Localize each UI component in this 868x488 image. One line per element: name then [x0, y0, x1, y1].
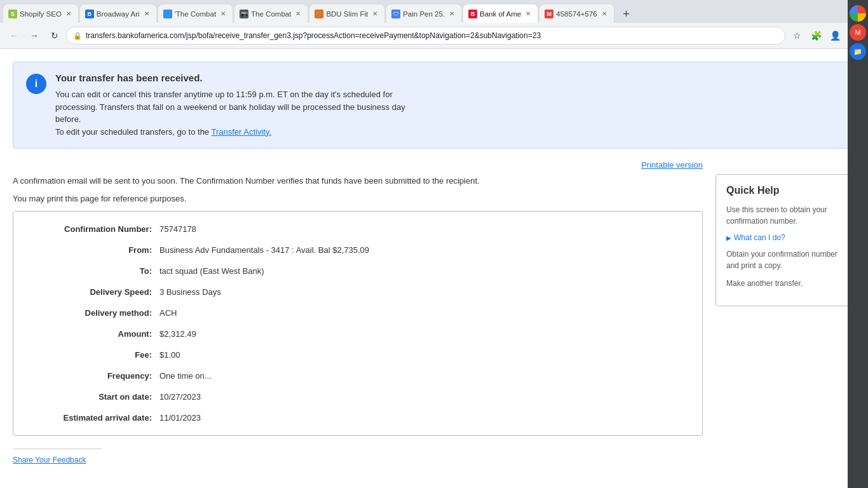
detail-row-from: From: Business Adv Fundamentals - 3417 :…: [32, 245, 683, 255]
tab-label: Pain Pen 25.: [403, 10, 445, 18]
detail-row-frequency: Frequency: One time on...: [32, 371, 683, 381]
page-body: i Your transfer has been received. You c…: [0, 49, 868, 488]
label-confirmation-number: Confirmation Number:: [32, 224, 159, 234]
quick-help-panel: Quick Help Use this screen to obtain you…: [715, 174, 855, 306]
quick-help-title: Quick Help: [726, 185, 844, 196]
nav-bar: ← → ↻ 🔒 transfers.bankofamerica.com/jsp/…: [0, 23, 868, 48]
refresh-button[interactable]: ↻: [46, 27, 64, 44]
tab-favicon: M: [545, 10, 553, 18]
label-frequency: Frequency:: [32, 371, 159, 381]
tab-close-icon[interactable]: ✕: [524, 10, 532, 18]
files-icon[interactable]: 📁: [850, 43, 866, 60]
detail-row-fee: Fee: $1.00: [32, 350, 683, 360]
chrome-icon[interactable]: [850, 5, 866, 22]
tab-shopify[interactable]: S Shopify SEO ✕: [3, 4, 79, 23]
alert-banner: i Your transfer has been received. You c…: [13, 62, 855, 149]
alert-title: Your transfer has been received.: [55, 72, 842, 83]
detail-row-delivery-method: Delivery method: ACH: [32, 308, 683, 318]
what-can-i-do-link[interactable]: What can I do?: [726, 233, 844, 242]
tab-close-icon[interactable]: ✕: [600, 10, 609, 18]
printable-version-link[interactable]: Printable version: [641, 160, 703, 170]
main-area: Printable version A confirmation email w…: [0, 155, 868, 477]
label-from: From:: [32, 245, 159, 255]
confirmation-info-text: A confirmation email will be sent to you…: [13, 175, 703, 187]
tab-favicon: S: [8, 10, 17, 18]
bookmarks-icon[interactable]: ☆: [788, 27, 806, 44]
content-left: Printable version A confirmation email w…: [13, 155, 715, 477]
tab-favicon: 🌐: [163, 10, 172, 18]
tab-gmail[interactable]: M 458574+576 ✕: [539, 4, 614, 23]
tab-label: Broadway Ari: [97, 10, 140, 18]
transfer-details-table: Confirmation Number: 75747178 From: Busi…: [13, 211, 703, 436]
address-bar[interactable]: 🔒 transfers.bankofamerica.com/jsp/bofa/r…: [66, 27, 785, 44]
alert-body-line3: before.: [55, 114, 81, 124]
os-sidebar: M 📁: [848, 0, 868, 488]
tab-broadway[interactable]: B Broadway Ari ✕: [79, 4, 157, 23]
content-right: Quick Help Use this screen to obtain you…: [715, 155, 855, 477]
tab-favicon: 🛒: [315, 10, 323, 18]
tab-favicon: B: [85, 10, 94, 18]
label-to: To:: [32, 266, 159, 276]
extensions-icon[interactable]: 🧩: [807, 27, 825, 44]
tab-painpen[interactable]: 🛡 Pain Pen 25. ✕: [386, 4, 462, 23]
address-url: transfers.bankofamerica.com/jsp/bofa/rec…: [86, 31, 541, 40]
detail-row-arrival-date: Estimated arrival date: 11/01/2023: [32, 413, 683, 423]
detail-row-delivery-speed: Delivery Speed: 3 Business Days: [32, 287, 683, 297]
tab-combat1[interactable]: 🌐 'The Combat ✕: [158, 4, 233, 23]
quick-help-item1: Obtain your confirmation number and prin…: [726, 248, 844, 271]
profile-icon[interactable]: 👤: [826, 27, 844, 44]
tab-label: Bank of Ame: [480, 10, 521, 18]
feedback-link[interactable]: Share Your Feedback: [13, 449, 98, 471]
value-fee: $1.00: [159, 350, 180, 360]
tab-close-icon[interactable]: ✕: [370, 10, 379, 18]
alert-body-line2: processing. Transfers that fall on a wee…: [55, 102, 405, 112]
value-amount: $2,312.49: [159, 329, 196, 339]
tab-combat2[interactable]: 📷 The Combat ✕: [234, 4, 308, 23]
tab-label: 458574+576: [556, 10, 597, 18]
tab-favicon: 🛡: [391, 10, 400, 18]
alert-body-line1: You can edit or cancel this transfer any…: [55, 90, 393, 99]
tab-bankofame[interactable]: B Bank of Ame ✕: [463, 4, 538, 23]
forward-button[interactable]: →: [25, 27, 43, 44]
tab-close-icon[interactable]: ✕: [294, 10, 302, 18]
print-info-text: You may print this page for reference pu…: [13, 193, 703, 205]
detail-row-start-date: Start on date: 10/27/2023: [32, 392, 683, 402]
label-delivery-speed: Delivery Speed:: [32, 287, 159, 297]
back-button[interactable]: ←: [5, 27, 23, 44]
gmail-icon[interactable]: M: [850, 24, 866, 41]
tab-close-icon[interactable]: ✕: [219, 10, 227, 18]
tab-label: The Combat: [251, 10, 291, 18]
tab-bdu[interactable]: 🛒 BDU Slim Fit ✕: [309, 4, 385, 23]
tab-close-icon[interactable]: ✕: [447, 10, 456, 18]
info-icon: i: [26, 74, 46, 94]
alert-body: You can edit or cancel this transfer any…: [55, 88, 842, 138]
value-confirmation-number: 75747178: [159, 224, 196, 234]
alert-body-line4: To edit your scheduled transfers, go to …: [55, 127, 209, 137]
tab-bar: S Shopify SEO ✕ B Broadway Ari ✕ 🌐 'The …: [0, 0, 868, 23]
tab-favicon: 📷: [240, 10, 248, 18]
tab-label: BDU Slim Fit: [326, 10, 368, 18]
label-start-date: Start on date:: [32, 392, 159, 402]
transfer-activity-link[interactable]: Transfer Activity.: [211, 127, 271, 137]
tab-close-icon[interactable]: ✕: [142, 10, 151, 18]
tab-favicon: B: [468, 10, 477, 18]
detail-row-confirmation: Confirmation Number: 75747178: [32, 224, 683, 234]
value-from: Business Adv Fundamentals - 3417 : Avail…: [159, 245, 369, 255]
value-delivery-speed: 3 Business Days: [159, 287, 221, 297]
detail-row-to: To: tact squad (East West Bank): [32, 266, 683, 276]
label-arrival-date: Estimated arrival date:: [32, 413, 159, 423]
detail-row-amount: Amount: $2,312.49: [32, 329, 683, 339]
browser-chrome: S Shopify SEO ✕ B Broadway Ari ✕ 🌐 'The …: [0, 0, 868, 49]
lock-icon: 🔒: [73, 32, 82, 40]
tab-close-icon[interactable]: ✕: [64, 10, 73, 18]
quick-help-item2: Make another transfer.: [726, 278, 844, 289]
value-arrival-date: 11/01/2023: [159, 413, 201, 423]
label-fee: Fee:: [32, 350, 159, 360]
value-start-date: 10/27/2023: [159, 392, 201, 402]
label-amount: Amount:: [32, 329, 159, 339]
alert-content: Your transfer has been received. You can…: [55, 72, 842, 138]
new-tab-button[interactable]: +: [618, 5, 635, 23]
quick-help-description: Use this screen to obtain your confirmat…: [726, 204, 844, 227]
tab-label: Shopify SEO: [20, 10, 62, 18]
printable-row: Printable version: [13, 155, 703, 175]
